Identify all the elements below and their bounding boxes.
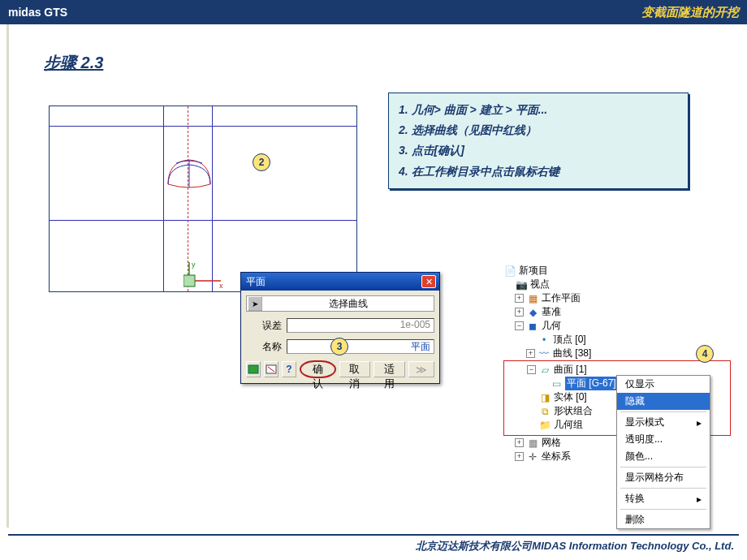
- tree-datum[interactable]: +◆基准: [515, 305, 731, 319]
- collapse-icon[interactable]: −: [527, 365, 536, 374]
- instruction-3: 3. 点击[确认]: [399, 140, 678, 161]
- callout-4: 4: [696, 345, 714, 363]
- dialog-titlebar[interactable]: 平面 ✕: [241, 273, 439, 291]
- datum-icon: ◆: [526, 307, 539, 318]
- svg-text:y: y: [192, 261, 196, 269]
- collapse-icon[interactable]: −: [515, 321, 524, 330]
- geometry-icon: ◼: [526, 321, 539, 332]
- instruction-4: 4. 在工作树目录中点击鼠标右键: [399, 162, 678, 182]
- project-tree[interactable]: 📄新项目 📷视点 +▦工作平面 +◆基准 −◼几何 •顶点 [0] +〰曲线 […: [503, 264, 731, 463]
- instruction-2: 2. 选择曲线（见图中红线）: [399, 120, 678, 140]
- apply-button[interactable]: 适用: [374, 361, 405, 377]
- ctx-delete[interactable]: 删除: [617, 511, 710, 528]
- menu-separator: [620, 411, 706, 412]
- tree-workplane[interactable]: +▦工作平面: [515, 291, 731, 305]
- axis-gizmo: x y: [184, 261, 224, 291]
- svg-rect-6: [248, 365, 258, 373]
- tree-geometry[interactable]: −◼几何: [515, 319, 731, 333]
- tree-root[interactable]: 📄新项目: [503, 264, 731, 278]
- grid-line: [50, 220, 356, 221]
- submenu-arrow-icon: ▸: [697, 493, 702, 505]
- curve-icon: 〰: [538, 348, 551, 360]
- callout-2: 2: [253, 153, 270, 171]
- menu-separator: [620, 467, 706, 467]
- footer-text: 北京迈达斯技术有限公司MIDAS Information Technology …: [416, 539, 734, 554]
- vertex-icon: •: [538, 334, 551, 346]
- document-icon: 📄: [503, 265, 516, 277]
- ctx-show-only[interactable]: 仅显示: [617, 376, 710, 393]
- expand-icon[interactable]: +: [515, 452, 524, 461]
- select-curve-bar[interactable]: ➤ 选择曲线: [246, 295, 434, 312]
- doc-title: 变截面隧道的开挖: [641, 5, 739, 20]
- menu-separator: [620, 488, 706, 489]
- instruction-1: 1. 几何> 曲面 > 建立 > 平面...: [399, 100, 678, 120]
- expand-icon[interactable]: +: [526, 349, 535, 358]
- header-bar: midas GTS 变截面隧道的开挖: [0, 0, 747, 24]
- tree-vertex[interactable]: •顶点 [0]: [526, 333, 731, 347]
- plane-icon: ▭: [550, 378, 563, 390]
- tolerance-label: 误差: [246, 319, 282, 333]
- grid-line: [50, 126, 356, 127]
- ctx-transparency[interactable]: 透明度...: [617, 431, 710, 448]
- side-stripe: [6, 24, 9, 528]
- compound-icon: ⧉: [538, 406, 551, 417]
- context-menu: 仅显示 隐藏 显示模式▸ 透明度... 颜色... 显示网格分布 转换▸ 删除: [616, 375, 710, 529]
- ctx-transform[interactable]: 转换▸: [617, 490, 710, 507]
- callout-3: 3: [330, 338, 348, 355]
- tool-icon-1[interactable]: [246, 361, 261, 377]
- expand-icon[interactable]: +: [515, 294, 524, 303]
- plane-dialog: 平面 ✕ ➤ 选择曲线 误差 1e-005 名称 平面 3 ? 确认 取消 适用…: [240, 272, 440, 384]
- expand-icon[interactable]: +: [515, 308, 524, 317]
- ctx-display-mode[interactable]: 显示模式▸: [617, 414, 710, 431]
- surface-icon: ▱: [538, 364, 551, 376]
- tolerance-field[interactable]: 1e-005: [287, 318, 434, 333]
- camera-icon: 📷: [515, 279, 528, 291]
- surface-group-highlight: 4 −▱曲面 [1] ▭平面 [G-67] ◨实体 [0] ⧉形状组合 📁几何组…: [503, 360, 731, 436]
- menu-separator: [620, 509, 706, 510]
- svg-rect-1: [184, 275, 195, 286]
- footer-divider: [8, 534, 739, 536]
- tool-icon-2[interactable]: [264, 361, 279, 377]
- solid-icon: ◨: [538, 392, 551, 403]
- tree-view[interactable]: 📷视点: [515, 278, 731, 291]
- select-curve-label: 选择曲线: [263, 297, 434, 311]
- axis-icon: ✛: [526, 451, 539, 463]
- next-button[interactable]: ≫: [408, 361, 434, 377]
- ctx-hide[interactable]: 隐藏: [617, 393, 710, 410]
- close-icon[interactable]: ✕: [421, 275, 436, 288]
- ctx-show-mesh[interactable]: 显示网格分布: [617, 469, 710, 486]
- dialog-title: 平面: [246, 275, 266, 289]
- ctx-color[interactable]: 颜色...: [617, 448, 710, 465]
- name-label: 名称: [246, 340, 282, 354]
- cancel-button[interactable]: 取消: [339, 361, 371, 377]
- svg-text:x: x: [219, 282, 223, 290]
- model-viewport[interactable]: x y 2: [49, 106, 357, 292]
- name-field[interactable]: 平面: [287, 339, 434, 354]
- help-icon[interactable]: ?: [282, 361, 296, 377]
- instruction-box: 1. 几何> 曲面 > 建立 > 平面... 2. 选择曲线（见图中红线） 3.…: [388, 93, 689, 189]
- mesh-icon: ▦: [526, 437, 539, 449]
- expand-icon[interactable]: +: [515, 438, 524, 447]
- tunnel-section: [165, 155, 214, 192]
- ok-button[interactable]: 确认: [300, 360, 336, 378]
- grid-icon: ▦: [526, 293, 539, 304]
- submenu-arrow-icon: ▸: [697, 417, 702, 429]
- folder-icon: 📁: [538, 420, 551, 431]
- pick-arrow-icon[interactable]: ➤: [248, 296, 262, 311]
- app-title: midas GTS: [8, 6, 67, 19]
- grid-line: [163, 106, 164, 291]
- step-title: 步骤 2.3: [44, 52, 103, 74]
